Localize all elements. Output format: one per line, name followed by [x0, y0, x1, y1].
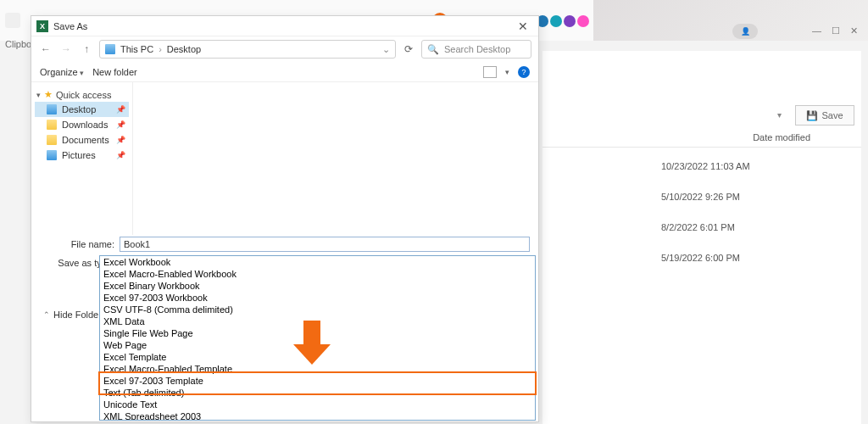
file-date: 5/10/2022 9:26 PM — [661, 192, 861, 202]
breadcrumb-thispc[interactable]: This PC — [120, 44, 153, 54]
pin-icon: 📌 — [116, 136, 125, 144]
save-button-label: Save — [821, 110, 843, 120]
chevron-right-icon: › — [159, 44, 162, 54]
file-content-area — [133, 82, 538, 235]
file-date: 10/23/2022 11:03 AM — [661, 161, 861, 171]
view-toggle[interactable] — [483, 66, 497, 78]
hide-folders-toggle[interactable]: ⌃ Hide Folders — [43, 310, 106, 320]
save-icon: 💾 — [806, 110, 818, 121]
refresh-button[interactable]: ⟳ — [401, 42, 416, 57]
maximize-button[interactable]: ☐ — [832, 25, 840, 36]
sidebar-item-pictures[interactable]: Pictures 📌 — [35, 148, 129, 163]
filetype-option[interactable]: XML Spreadsheet 2003 — [100, 410, 535, 421]
filetype-option[interactable]: Excel 97-2003 Workbook — [100, 292, 535, 304]
sidebar-item-downloads[interactable]: Downloads 📌 — [35, 117, 129, 132]
sidebar-item-label: Documents — [62, 135, 109, 145]
dialog-titlebar: X Save As ✕ — [31, 16, 538, 36]
filetype-option[interactable]: Excel Macro-Enabled Workbook — [100, 268, 535, 280]
file-list-header: Date modified — [542, 127, 861, 148]
nav-row: ← → ↑ This PC › Desktop ⌄ ⟳ 🔍 Search Des… — [31, 36, 538, 62]
chevron-down-icon: ▾ — [36, 91, 41, 99]
paste-icon — [5, 13, 20, 28]
close-icon[interactable]: ✕ — [513, 20, 533, 33]
breadcrumb-desktop[interactable]: Desktop — [167, 44, 201, 54]
chevron-down-icon[interactable]: ⌄ — [382, 44, 390, 55]
sidebar-item-label: Downloads — [62, 120, 108, 130]
saveastype-dropdown[interactable]: Excel WorkbookExcel Macro-Enabled Workbo… — [99, 255, 536, 421]
sidebar-item-desktop[interactable]: Desktop 📌 — [35, 102, 129, 117]
excel-icon: X — [36, 20, 48, 32]
filetype-option[interactable]: Web Page — [100, 339, 535, 351]
dropdown-caret-icon[interactable]: ▾ — [777, 110, 782, 120]
filetype-option[interactable]: CSV UTF-8 (Comma delimited) — [100, 304, 535, 315]
pc-icon — [105, 44, 115, 54]
filetype-option[interactable]: Excel Binary Workbook — [100, 280, 535, 292]
filetype-option[interactable]: Excel Template — [100, 351, 535, 363]
breadcrumb[interactable]: This PC › Desktop ⌄ — [99, 40, 396, 59]
back-button[interactable]: ← — [38, 42, 53, 57]
close-window-button[interactable]: ✕ — [850, 25, 858, 36]
search-input[interactable]: 🔍 Search Desktop — [421, 40, 531, 59]
filetype-option[interactable]: Excel 97-2003 Template — [100, 375, 535, 387]
folder-icon — [47, 135, 57, 145]
pin-icon: 📌 — [116, 105, 125, 114]
pin-icon: 📌 — [116, 120, 125, 129]
window-buttons: — ☐ ✕ — [812, 25, 858, 36]
filetype-option[interactable]: XML Data — [100, 315, 535, 327]
user-avatar[interactable]: 👤 — [732, 24, 758, 39]
chevron-down-icon[interactable]: ▾ — [505, 68, 509, 76]
sidebar-item-label: Desktop — [62, 104, 96, 114]
star-icon: ★ — [44, 89, 53, 100]
filename-input[interactable]: Book1 — [120, 237, 530, 252]
chevron-down-icon: ⌃ — [43, 310, 50, 319]
sidebar-item-documents[interactable]: Documents 📌 — [35, 132, 129, 148]
forward-button[interactable]: → — [58, 42, 74, 57]
help-icon[interactable]: ? — [518, 66, 530, 78]
minimize-button[interactable]: — — [812, 25, 821, 36]
search-placeholder: Search Desktop — [444, 44, 510, 54]
up-button[interactable]: ↑ — [79, 42, 94, 57]
quick-access-label: Quick access — [56, 90, 111, 100]
background-file-list: ▾ 💾 Save Date modified 10/23/2022 11:03 … — [542, 51, 861, 424]
folder-sidebar: ▾ ★ Quick access Desktop 📌 Downloads 📌 D… — [31, 82, 133, 235]
file-date: 8/2/2022 6:01 PM — [661, 222, 861, 232]
folder-icon — [47, 120, 57, 130]
file-date: 5/19/2022 6:00 PM — [661, 253, 861, 263]
pin-icon: 📌 — [116, 151, 125, 159]
file-list-dates: 10/23/2022 11:03 AM5/10/2022 9:26 PM8/2/… — [542, 161, 861, 263]
dialog-title: Save As — [53, 21, 87, 31]
organize-menu[interactable]: Organize — [40, 67, 84, 77]
new-folder-button[interactable]: New folder — [92, 67, 137, 77]
background-save-button[interactable]: 💾 Save — [795, 105, 854, 126]
filetype-option[interactable]: Text (Tab delimited) — [100, 387, 535, 399]
folder-icon — [47, 104, 57, 114]
clipboard-label: Clipbo — [5, 39, 31, 49]
filetype-option[interactable]: Excel Macro-Enabled Template — [100, 363, 535, 375]
folder-icon — [47, 150, 57, 160]
date-modified-header[interactable]: Date modified — [753, 132, 810, 142]
filetype-option[interactable]: Excel Workbook — [100, 256, 535, 268]
filename-label: File name: — [47, 239, 114, 249]
search-icon: 🔍 — [427, 44, 439, 55]
command-row: Organize New folder ▾ ? — [31, 62, 538, 82]
quick-access-group[interactable]: ▾ ★ Quick access — [35, 87, 129, 102]
filetype-option[interactable]: Unicode Text — [100, 399, 535, 410]
sidebar-item-label: Pictures — [62, 150, 96, 160]
filetype-option[interactable]: Single File Web Page — [100, 327, 535, 339]
